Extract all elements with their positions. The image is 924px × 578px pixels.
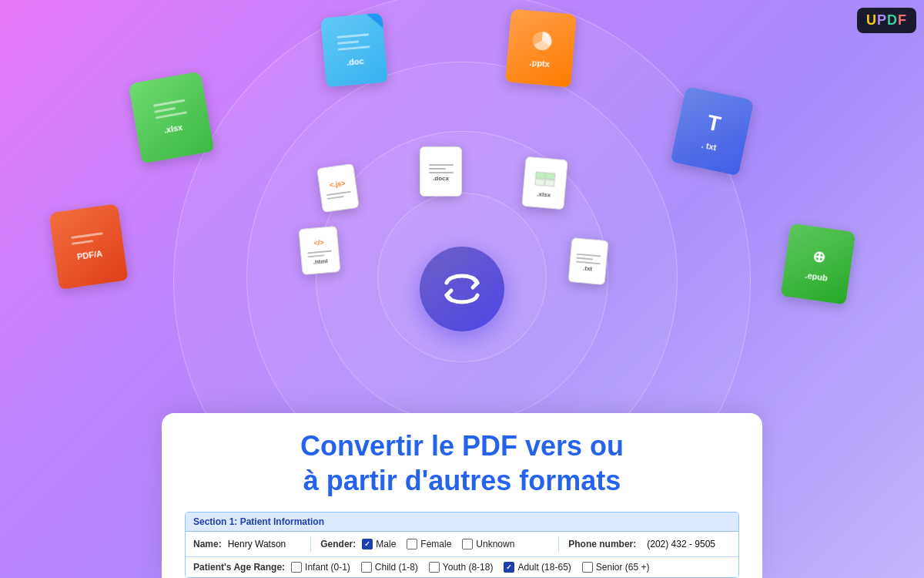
file-txt-label: . txt bbox=[701, 140, 718, 153]
phone-section: Phone number: (202) 432 - 9505 bbox=[568, 539, 731, 549]
file-xlsx-big-icon: .xlsx bbox=[129, 72, 215, 164]
age-child-checkbox[interactable] bbox=[361, 562, 372, 573]
form-row-name-gender: Name: Henry Watson Gender: Male Female U… bbox=[186, 532, 738, 557]
age-senior-checkbox[interactable] bbox=[582, 562, 593, 573]
file-docx-sm-icon: .docx bbox=[420, 146, 462, 197]
file-line bbox=[338, 45, 370, 51]
xlsx-grid-icon bbox=[534, 170, 557, 187]
gender-checkbox-group: Male Female Unknown bbox=[362, 539, 549, 549]
file-doc-label: .doc bbox=[346, 55, 364, 66]
convert-icon[interactable] bbox=[420, 247, 504, 331]
file-line bbox=[155, 111, 187, 119]
divider bbox=[310, 536, 311, 552]
age-child-label: Child (1-8) bbox=[375, 562, 418, 573]
form-row-age: Patient's Age Range: Infant (0-1) Child … bbox=[186, 557, 738, 577]
form-section-header: Section 1: Patient Information bbox=[186, 512, 738, 532]
file-line-sm bbox=[577, 253, 601, 257]
file-line-sm bbox=[429, 168, 446, 170]
file-line-sm bbox=[576, 257, 593, 260]
file-pptx-icon: .pptx bbox=[505, 8, 577, 87]
file-xlsx-big-label: .xlsx bbox=[163, 123, 183, 135]
updf-logo: UPDF bbox=[857, 8, 916, 33]
file-line-sm bbox=[429, 172, 454, 173]
pptx-pie-chart bbox=[529, 28, 554, 53]
divider2 bbox=[558, 536, 559, 552]
file-line-sm bbox=[326, 190, 351, 195]
file-txt-sm-label: .txt bbox=[583, 264, 593, 272]
age-label: Patient's Age Range: bbox=[193, 562, 285, 573]
file-line-sm bbox=[429, 164, 454, 166]
gender-unknown-label: Unknown bbox=[476, 539, 514, 549]
main-title: Convertir le PDF vers ou à partir d'autr… bbox=[185, 428, 739, 498]
file-doc-icon: .doc bbox=[320, 13, 388, 88]
gender-unknown-item: Unknown bbox=[462, 539, 514, 549]
gender-female-item: Female bbox=[407, 539, 451, 549]
patient-form: Section 1: Patient Information Name: Hen… bbox=[185, 512, 739, 578]
logo-u: U bbox=[866, 12, 877, 28]
age-checkbox-group: Infant (0-1) Child (1-8) Youth (8-18) Ad… bbox=[291, 562, 731, 573]
gender-male-label: Male bbox=[376, 539, 396, 549]
name-value: Henry Watson bbox=[228, 539, 286, 549]
svg-rect-3 bbox=[534, 178, 544, 185]
file-line bbox=[154, 107, 176, 113]
file-line-sm bbox=[576, 260, 601, 264]
age-adult-label: Adult (18-65) bbox=[517, 562, 571, 573]
age-infant-checkbox[interactable] bbox=[291, 562, 302, 573]
phone-value: (202) 432 - 9505 bbox=[647, 539, 715, 549]
gender-unknown-checkbox[interactable] bbox=[462, 539, 473, 549]
gender-male-item: Male bbox=[362, 539, 396, 549]
file-txt-sm-icon: .txt bbox=[568, 237, 609, 285]
file-line bbox=[71, 232, 103, 239]
age-youth-label: Youth (8-18) bbox=[443, 562, 494, 573]
age-senior-label: Senior (65 +) bbox=[596, 562, 650, 573]
bottom-card: Convertir le PDF vers ou à partir d'autr… bbox=[162, 413, 762, 578]
svg-rect-2 bbox=[545, 173, 555, 180]
age-child-item: Child (1-8) bbox=[361, 562, 418, 573]
file-html-sm-icon: </> .html bbox=[298, 226, 340, 275]
file-pptx-label: .pptx bbox=[529, 57, 550, 68]
name-label: Name: bbox=[193, 539, 222, 549]
file-line-sm bbox=[327, 196, 344, 200]
age-senior-item: Senior (65 +) bbox=[582, 562, 650, 573]
file-line bbox=[72, 240, 93, 245]
file-docx-sm-label: .docx bbox=[433, 175, 449, 182]
phone-label: Phone number: bbox=[568, 539, 636, 549]
gender-male-checkbox[interactable] bbox=[362, 539, 373, 549]
section-title: Section 1: Patient Information bbox=[193, 516, 324, 527]
gender-female-checkbox[interactable] bbox=[407, 539, 417, 549]
gender-label: Gender: bbox=[320, 539, 356, 549]
file-epub-label: .epub bbox=[805, 270, 829, 282]
file-epub-icon: ⊕ .epub bbox=[781, 223, 855, 305]
file-line bbox=[337, 40, 359, 44]
file-line bbox=[152, 99, 185, 107]
svg-rect-4 bbox=[544, 180, 554, 187]
logo-d: D bbox=[887, 12, 898, 28]
age-infant-item: Infant (0-1) bbox=[291, 562, 350, 573]
age-adult-item: Adult (18-65) bbox=[504, 562, 571, 573]
file-xlsx-sm-label: .xlsx bbox=[537, 190, 551, 199]
file-pdfa-label: PDF/A bbox=[76, 248, 102, 260]
age-infant-label: Infant (0-1) bbox=[305, 562, 350, 573]
logo-f: F bbox=[898, 12, 907, 28]
file-pdfa-icon: PDF/A bbox=[49, 203, 128, 290]
age-adult-checkbox[interactable] bbox=[504, 562, 514, 573]
title-line2: à partir d'autres formats bbox=[303, 465, 621, 496]
svg-rect-1 bbox=[535, 171, 545, 178]
title-line1: Convertir le PDF vers ou bbox=[300, 430, 624, 462]
file-xlsx-sm-icon: .xlsx bbox=[521, 156, 567, 210]
file-line-sm bbox=[307, 250, 332, 254]
file-html-sm-label: .html bbox=[313, 257, 328, 266]
age-youth-item: Youth (8-18) bbox=[429, 562, 494, 573]
age-youth-checkbox[interactable] bbox=[429, 562, 440, 573]
logo-p: P bbox=[877, 12, 887, 28]
file-line bbox=[336, 33, 369, 39]
gender-female-label: Female bbox=[420, 539, 451, 549]
file-js-sm-icon: <.js> bbox=[316, 163, 360, 213]
